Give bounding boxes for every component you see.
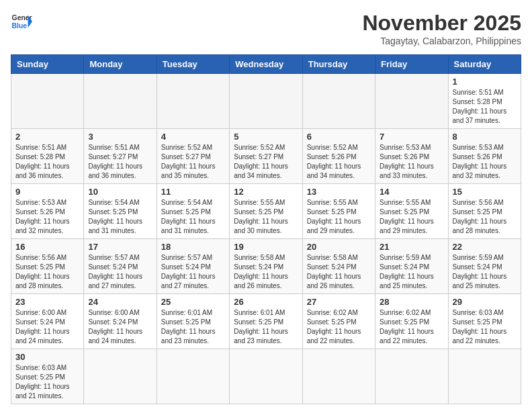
- calendar-cell: 1Sunrise: 5:51 AMSunset: 5:28 PMDaylight…: [448, 74, 521, 129]
- day-info: Sunrise: 5:52 AMSunset: 5:27 PMDaylight:…: [234, 143, 298, 181]
- day-info: Sunrise: 5:51 AMSunset: 5:28 PMDaylight:…: [15, 143, 79, 181]
- calendar-cell: 10Sunrise: 5:54 AMSunset: 5:25 PMDayligh…: [84, 184, 157, 239]
- day-number: 22: [453, 242, 517, 252]
- logo: General Blue: [11, 11, 32, 32]
- calendar-cell: [84, 74, 157, 129]
- day-info: Sunrise: 5:53 AMSunset: 5:26 PMDaylight:…: [15, 198, 79, 236]
- calendar-cell: [230, 349, 302, 404]
- day-info: Sunrise: 5:59 AMSunset: 5:24 PMDaylight:…: [453, 253, 517, 291]
- calendar-cell: 15Sunrise: 5:56 AMSunset: 5:25 PMDayligh…: [448, 184, 521, 239]
- day-info: Sunrise: 5:51 AMSunset: 5:27 PMDaylight:…: [88, 143, 152, 181]
- calendar-cell: 22Sunrise: 5:59 AMSunset: 5:24 PMDayligh…: [448, 239, 521, 294]
- calendar-week-row: 30Sunrise: 6:03 AMSunset: 5:25 PMDayligh…: [11, 349, 521, 404]
- calendar-cell: 25Sunrise: 6:01 AMSunset: 5:25 PMDayligh…: [157, 294, 229, 349]
- day-info: Sunrise: 5:52 AMSunset: 5:26 PMDaylight:…: [307, 143, 371, 181]
- day-number: 19: [234, 242, 298, 252]
- day-number: 21: [380, 242, 443, 252]
- day-number: 14: [380, 187, 443, 197]
- calendar-cell: 11Sunrise: 5:54 AMSunset: 5:25 PMDayligh…: [157, 184, 229, 239]
- day-info: Sunrise: 5:57 AMSunset: 5:24 PMDaylight:…: [88, 253, 152, 291]
- calendar-cell: 6Sunrise: 5:52 AMSunset: 5:26 PMDaylight…: [302, 129, 375, 184]
- calendar-cell: 28Sunrise: 6:02 AMSunset: 5:25 PMDayligh…: [375, 294, 448, 349]
- day-number: 1: [453, 77, 517, 87]
- day-number: 12: [234, 187, 298, 197]
- calendar-week-row: 9Sunrise: 5:53 AMSunset: 5:26 PMDaylight…: [11, 184, 521, 239]
- calendar-cell: 27Sunrise: 6:02 AMSunset: 5:25 PMDayligh…: [302, 294, 375, 349]
- day-number: 8: [453, 132, 517, 142]
- day-info: Sunrise: 5:54 AMSunset: 5:25 PMDaylight:…: [88, 198, 152, 236]
- day-info: Sunrise: 6:02 AMSunset: 5:25 PMDaylight:…: [307, 308, 371, 346]
- calendar-cell: 9Sunrise: 5:53 AMSunset: 5:26 PMDaylight…: [11, 184, 84, 239]
- weekday-header-wednesday: Wednesday: [230, 55, 302, 74]
- day-number: 20: [307, 242, 371, 252]
- day-number: 6: [307, 132, 371, 142]
- calendar-cell: [375, 74, 448, 129]
- calendar-cell: 3Sunrise: 5:51 AMSunset: 5:27 PMDaylight…: [84, 129, 157, 184]
- calendar-cell: 30Sunrise: 6:03 AMSunset: 5:25 PMDayligh…: [11, 349, 84, 404]
- day-info: Sunrise: 5:52 AMSunset: 5:27 PMDaylight:…: [161, 143, 225, 181]
- calendar-cell: 16Sunrise: 5:56 AMSunset: 5:25 PMDayligh…: [11, 239, 84, 294]
- day-number: 23: [15, 297, 79, 307]
- day-number: 7: [380, 132, 443, 142]
- day-number: 24: [88, 297, 152, 307]
- day-info: Sunrise: 6:01 AMSunset: 5:25 PMDaylight:…: [234, 308, 298, 346]
- day-info: Sunrise: 6:03 AMSunset: 5:25 PMDaylight:…: [15, 363, 79, 401]
- day-number: 13: [307, 187, 371, 197]
- calendar-cell: [302, 74, 375, 129]
- day-info: Sunrise: 5:55 AMSunset: 5:25 PMDaylight:…: [380, 198, 443, 236]
- calendar-cell: 2Sunrise: 5:51 AMSunset: 5:28 PMDaylight…: [11, 129, 84, 184]
- day-info: Sunrise: 5:57 AMSunset: 5:24 PMDaylight:…: [161, 253, 225, 291]
- day-number: 15: [453, 187, 517, 197]
- day-number: 5: [234, 132, 298, 142]
- day-number: 4: [161, 132, 225, 142]
- day-number: 27: [307, 297, 371, 307]
- calendar-cell: 4Sunrise: 5:52 AMSunset: 5:27 PMDaylight…: [157, 129, 229, 184]
- day-info: Sunrise: 6:01 AMSunset: 5:25 PMDaylight:…: [161, 308, 225, 346]
- calendar-cell: [375, 349, 448, 404]
- calendar-week-row: 23Sunrise: 6:00 AMSunset: 5:24 PMDayligh…: [11, 294, 521, 349]
- day-number: 29: [453, 297, 517, 307]
- day-number: 10: [88, 187, 152, 197]
- day-info: Sunrise: 5:51 AMSunset: 5:28 PMDaylight:…: [453, 88, 517, 126]
- day-info: Sunrise: 5:59 AMSunset: 5:24 PMDaylight:…: [380, 253, 443, 291]
- weekday-header-friday: Friday: [375, 55, 448, 74]
- day-info: Sunrise: 5:58 AMSunset: 5:24 PMDaylight:…: [307, 253, 371, 291]
- day-info: Sunrise: 5:54 AMSunset: 5:25 PMDaylight:…: [161, 198, 225, 236]
- weekday-header-sunday: Sunday: [11, 55, 84, 74]
- day-info: Sunrise: 5:55 AMSunset: 5:25 PMDaylight:…: [307, 198, 371, 236]
- weekday-header-monday: Monday: [84, 55, 157, 74]
- calendar: SundayMondayTuesdayWednesdayThursdayFrid…: [11, 54, 521, 404]
- weekday-header-tuesday: Tuesday: [157, 55, 229, 74]
- calendar-cell: 23Sunrise: 6:00 AMSunset: 5:24 PMDayligh…: [11, 294, 84, 349]
- day-number: 18: [161, 242, 225, 252]
- calendar-cell: 8Sunrise: 5:53 AMSunset: 5:26 PMDaylight…: [448, 129, 521, 184]
- svg-text:Blue: Blue: [12, 22, 28, 30]
- day-number: 11: [161, 187, 225, 197]
- calendar-cell: 13Sunrise: 5:55 AMSunset: 5:25 PMDayligh…: [302, 184, 375, 239]
- calendar-cell: 20Sunrise: 5:58 AMSunset: 5:24 PMDayligh…: [302, 239, 375, 294]
- day-number: 16: [15, 242, 79, 252]
- day-number: 28: [380, 297, 443, 307]
- calendar-cell: [157, 74, 229, 129]
- day-number: 9: [15, 187, 79, 197]
- weekday-header-row: SundayMondayTuesdayWednesdayThursdayFrid…: [11, 55, 521, 74]
- day-info: Sunrise: 6:02 AMSunset: 5:25 PMDaylight:…: [380, 308, 443, 346]
- day-info: Sunrise: 6:03 AMSunset: 5:25 PMDaylight:…: [453, 308, 517, 346]
- day-number: 26: [234, 297, 298, 307]
- calendar-cell: 26Sunrise: 6:01 AMSunset: 5:25 PMDayligh…: [230, 294, 302, 349]
- calendar-week-row: 1Sunrise: 5:51 AMSunset: 5:28 PMDaylight…: [11, 74, 521, 129]
- day-number: 30: [15, 352, 79, 362]
- day-number: 25: [161, 297, 225, 307]
- weekday-header-saturday: Saturday: [448, 55, 521, 74]
- location-title: Tagaytay, Calabarzon, Philippines: [362, 36, 521, 46]
- calendar-cell: 19Sunrise: 5:58 AMSunset: 5:24 PMDayligh…: [230, 239, 302, 294]
- day-info: Sunrise: 5:58 AMSunset: 5:24 PMDaylight:…: [234, 253, 298, 291]
- calendar-cell: [448, 349, 521, 404]
- calendar-cell: 17Sunrise: 5:57 AMSunset: 5:24 PMDayligh…: [84, 239, 157, 294]
- header: General Blue November 2025 Tagaytay, Cal…: [11, 11, 521, 46]
- day-info: Sunrise: 5:53 AMSunset: 5:26 PMDaylight:…: [380, 143, 443, 181]
- calendar-cell: 5Sunrise: 5:52 AMSunset: 5:27 PMDaylight…: [230, 129, 302, 184]
- day-info: Sunrise: 5:56 AMSunset: 5:25 PMDaylight:…: [15, 253, 79, 291]
- calendar-cell: 24Sunrise: 6:00 AMSunset: 5:24 PMDayligh…: [84, 294, 157, 349]
- calendar-cell: 12Sunrise: 5:55 AMSunset: 5:25 PMDayligh…: [230, 184, 302, 239]
